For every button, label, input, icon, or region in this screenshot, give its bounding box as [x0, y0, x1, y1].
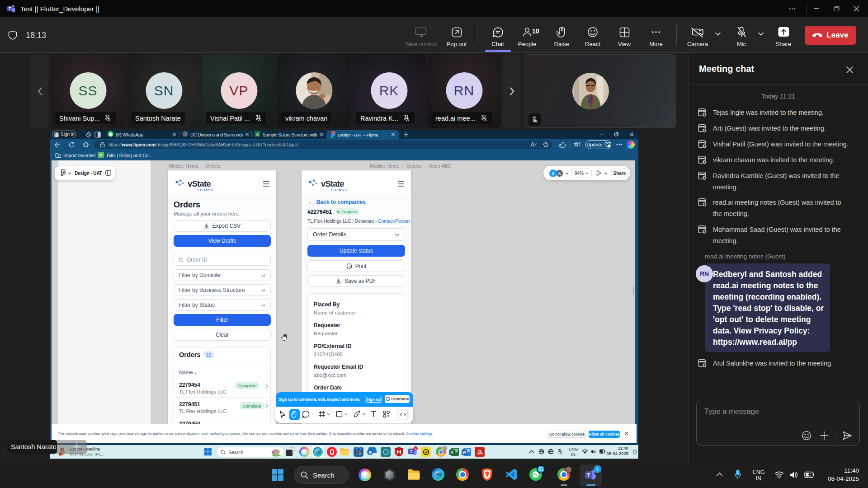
svg-text:T: T [410, 449, 412, 454]
svg-text:2: 2 [415, 447, 416, 451]
svg-text:T: T [587, 472, 590, 478]
svg-text:T: T [9, 6, 11, 11]
